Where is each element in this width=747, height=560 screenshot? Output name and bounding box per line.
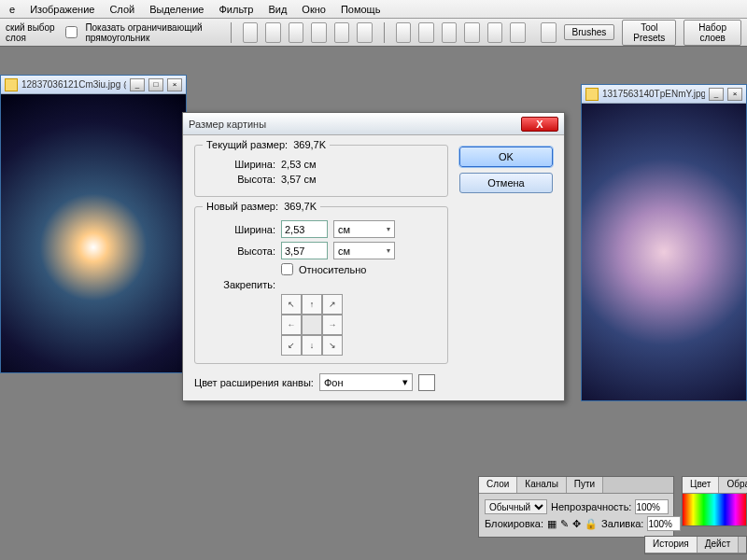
document-window[interactable]: 1317563140TpENmY.jpg @ 100... _ × (581, 84, 747, 401)
canvas-ext-select[interactable]: Фон▾ (319, 373, 413, 391)
align-icon[interactable] (311, 22, 327, 43)
tab-channels[interactable]: Каналы (517, 477, 567, 493)
chevron-down-icon: ▾ (387, 246, 390, 255)
canvas[interactable] (582, 104, 746, 400)
canvas[interactable] (1, 94, 186, 372)
close-icon[interactable]: × (727, 88, 742, 101)
anchor-cell[interactable]: ↘ (322, 335, 343, 356)
height-label: Высота: (204, 174, 275, 185)
close-icon[interactable]: X (521, 117, 558, 132)
separator (384, 22, 385, 43)
blend-mode-select[interactable]: Обычный (485, 499, 547, 514)
tool-presets-button[interactable]: Tool Presets (622, 20, 676, 46)
tab-actions[interactable]: Дейст (698, 537, 740, 553)
anchor-cell[interactable] (302, 315, 322, 335)
opacity-input[interactable] (635, 499, 669, 514)
document-window[interactable]: 12837036121Cm3iu.jpg @ 100%... _ □ × (0, 75, 187, 373)
distribute-icon[interactable] (396, 22, 412, 43)
fill-label: Заливка: (601, 518, 643, 529)
align-icon[interactable] (334, 22, 350, 43)
tab-history[interactable]: История (645, 537, 698, 553)
anchor-cell[interactable]: ↓ (302, 335, 322, 356)
anchor-cell[interactable]: ↖ (281, 294, 302, 315)
canvas-size-dialog: Размер картины X OK Отмена Текущий разме… (182, 112, 565, 401)
ok-button[interactable]: OK (459, 147, 553, 167)
height-input[interactable] (281, 242, 328, 259)
lock-icon[interactable]: ✎ (560, 518, 569, 530)
separator (231, 22, 232, 43)
minimize-icon[interactable]: _ (130, 78, 145, 91)
layers-panel[interactable]: Слои Каналы Пути Обычный Непрозрачность:… (478, 476, 674, 538)
current-size-label: Текущий размер: 369,7K (203, 139, 330, 150)
lock-icon[interactable]: 🔒 (585, 518, 598, 530)
color-panel[interactable]: Цвет Образцы (682, 476, 747, 526)
tab-swatches[interactable]: Образцы (719, 477, 747, 493)
color-ramp[interactable] (683, 494, 746, 525)
options-bar: ский выбор слоя Показать ограничивающий … (0, 19, 747, 47)
history-panel[interactable]: История Дейст (644, 536, 747, 554)
chevron-down-icon: ▾ (402, 376, 408, 388)
layer-sets-button[interactable]: Набор слоев (684, 20, 741, 46)
anchor-cell[interactable]: ↑ (302, 294, 322, 315)
distribute-icon[interactable] (442, 22, 458, 43)
lock-icon[interactable]: ✥ (572, 518, 581, 530)
distribute-icon[interactable] (487, 22, 503, 43)
dialog-title: Размер картины (189, 119, 521, 130)
anchor-cell[interactable]: ↙ (281, 335, 302, 356)
height-value: 3,57 см (281, 174, 317, 185)
menu-item[interactable]: Фильтр (213, 2, 259, 17)
menu-item[interactable]: Помощь (335, 2, 387, 17)
brushes-button[interactable]: Brushes (564, 24, 615, 40)
width-label: Ширина: (204, 159, 275, 170)
close-icon[interactable]: × (167, 78, 182, 91)
opacity-label: Непрозрачность: (551, 501, 631, 512)
color-swatch[interactable] (418, 374, 435, 391)
doc-title: 12837036121Cm3iu.jpg @ 100%... (21, 79, 126, 90)
menu-item[interactable]: Изображение (24, 2, 100, 17)
menu-item[interactable]: Слой (104, 2, 140, 17)
unit-select[interactable]: см▾ (333, 242, 395, 259)
relative-label: Относительно (299, 264, 366, 275)
tab-color[interactable]: Цвет (683, 477, 719, 493)
align-icon[interactable] (357, 22, 373, 43)
chevron-down-icon: ▾ (387, 225, 390, 233)
menu-bar: е Изображение Слой Выделение Фильтр Вид … (0, 0, 747, 19)
lock-icon[interactable]: ▦ (547, 518, 557, 530)
palette-well-icon[interactable] (541, 22, 557, 43)
align-icon[interactable] (265, 22, 281, 43)
distribute-icon[interactable] (510, 22, 526, 43)
menu-item[interactable]: Окно (296, 2, 331, 17)
anchor-label: Закрепить: (204, 279, 275, 290)
canvas-ext-label: Цвет расширения канвы: (194, 377, 314, 388)
show-bounds-checkbox[interactable] (65, 26, 78, 38)
menu-item[interactable]: Вид (262, 2, 292, 17)
anchor-grid[interactable]: ↖↑↗ ←→ ↙↓↘ (281, 294, 438, 356)
tab-paths[interactable]: Пути (567, 477, 603, 493)
fill-input[interactable] (647, 516, 681, 531)
tab-layers[interactable]: Слои (479, 477, 517, 493)
autoselect-label: ский выбор слоя (6, 22, 58, 43)
distribute-icon[interactable] (418, 22, 434, 43)
align-icon[interactable] (289, 22, 304, 43)
file-icon (5, 78, 18, 91)
minimize-icon[interactable]: _ (709, 88, 724, 101)
show-bounds-label: Показать ограничивающий прямоугольник (85, 22, 218, 43)
anchor-cell[interactable]: ← (281, 315, 302, 335)
anchor-cell[interactable]: → (322, 315, 343, 335)
new-width-label: Ширина: (204, 224, 275, 235)
anchor-cell[interactable]: ↗ (322, 294, 343, 315)
menu-item[interactable]: е (4, 2, 21, 17)
width-input[interactable] (281, 220, 328, 238)
unit-select[interactable]: см▾ (333, 220, 395, 238)
new-size-label: Новый размер: 369,7K (203, 201, 320, 212)
doc-title: 1317563140TpENmY.jpg @ 100... (602, 89, 705, 99)
new-height-label: Высота: (204, 245, 275, 257)
file-icon (585, 88, 599, 101)
distribute-icon[interactable] (464, 22, 480, 43)
menu-item[interactable]: Выделение (144, 2, 209, 17)
relative-checkbox[interactable] (281, 263, 293, 275)
cancel-button[interactable]: Отмена (459, 173, 553, 193)
width-value: 2,53 см (281, 159, 317, 170)
align-icon[interactable] (243, 22, 259, 43)
maximize-icon[interactable]: □ (148, 78, 163, 91)
